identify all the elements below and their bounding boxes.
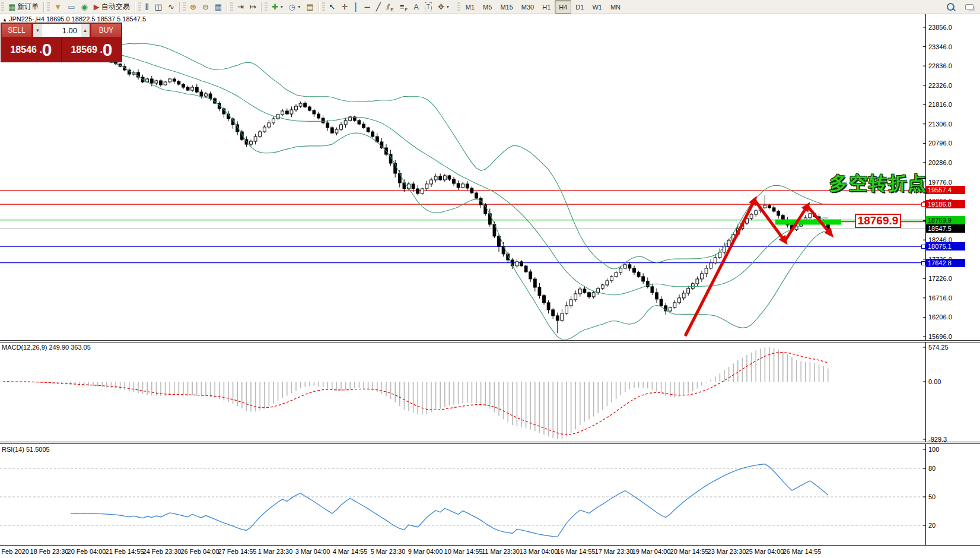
bar-chart-icon: ⫼ xyxy=(145,3,149,11)
autotrade-button[interactable]: ▶自动交易 xyxy=(91,0,133,14)
new-order-button[interactable]: ▦新订单 xyxy=(5,0,42,14)
price-badge-18547.5: 18547.5 xyxy=(926,224,965,233)
macd-label: MACD(12,26,9) 249.90 363.05 xyxy=(2,344,91,351)
tf-w1[interactable]: W1 xyxy=(588,0,606,14)
tf-h4[interactable]: H4 xyxy=(555,0,571,14)
search-icon xyxy=(947,3,954,11)
tf-d1[interactable]: D1 xyxy=(571,0,588,14)
vertical-line-button[interactable]: │ xyxy=(351,0,361,14)
crosshair-button[interactable]: ✛ xyxy=(338,0,351,14)
candles-layer xyxy=(2,42,830,334)
candle-chart-button[interactable]: ◫ xyxy=(152,0,165,14)
buy-price-main: 18569 . xyxy=(71,45,102,55)
price-scale[interactable]: 19557.419186.818769.918547.518075.117642… xyxy=(926,14,980,545)
channel-icon: ⫽ xyxy=(386,3,390,11)
tf-m15[interactable]: M15 xyxy=(496,0,517,14)
funnel-button[interactable]: ▼ xyxy=(51,0,65,14)
line-anchor-icon[interactable] xyxy=(921,202,925,207)
signal-icon: ◉ xyxy=(81,3,87,11)
chart-shift-icon: ↦ xyxy=(250,3,256,11)
terminal-button[interactable]: ▭ xyxy=(65,0,78,14)
zoom-out-icon: ⊖ xyxy=(202,3,209,11)
volume-decrease-icon[interactable]: ▼ xyxy=(33,24,42,37)
sell-price-main: 18546 . xyxy=(10,45,42,55)
macd-panel xyxy=(3,347,828,439)
funnel-icon: ▼ xyxy=(54,3,62,11)
indicators-button[interactable]: ✚▾ xyxy=(269,0,286,14)
highlight-zone xyxy=(775,220,841,225)
volume-stepper: ▼ 1.00 ▲ xyxy=(33,23,90,37)
price-badge-18769.9: 18769.9 xyxy=(926,216,965,224)
chart-shift-button[interactable]: ↦ xyxy=(247,0,259,14)
macd-histogram xyxy=(3,347,828,439)
bollinger-upper xyxy=(88,42,828,269)
new-order-icon: ▦ xyxy=(8,3,15,11)
periods-button[interactable]: ◷▾ xyxy=(286,0,303,14)
line-anchor-icon[interactable] xyxy=(921,245,925,249)
main-toolbar: ▦新订单▼▭◉▶自动交易⫼◫∿⊕⊖▦⇥↦✚▾◷▾▤↖✛│─╱⫽E≡FAT✥▾M1… xyxy=(0,0,980,14)
tile-windows-icon: ▦ xyxy=(215,3,222,11)
zoom-in-icon: ⊕ xyxy=(190,3,196,11)
symbol-info: ▲JPN225-,H4 18695.0 18822.5 18537.5 1854… xyxy=(2,15,146,23)
bollinger-bands xyxy=(88,42,828,340)
fibonacci-button[interactable]: ≡F xyxy=(397,0,411,14)
tile-windows-button[interactable]: ▦ xyxy=(212,0,225,14)
indicators-icon: ✚ xyxy=(272,3,278,11)
sell-price[interactable]: 18546 .0 xyxy=(1,37,61,62)
tf-m5[interactable]: M5 xyxy=(479,0,496,14)
tf-h1[interactable]: H1 xyxy=(538,0,555,14)
bar-chart-button[interactable]: ⫼ xyxy=(142,0,152,14)
trendline-button[interactable]: ╱ xyxy=(373,0,384,14)
rsi-panel xyxy=(0,464,925,537)
tf-m30[interactable]: M30 xyxy=(517,0,538,14)
channel-button[interactable]: ⫽E xyxy=(383,0,396,14)
price-badge-19557.4: 19557.4 xyxy=(926,186,965,194)
templates-button[interactable]: ▤ xyxy=(303,0,316,14)
tf-m1[interactable]: M1 xyxy=(462,0,479,14)
line-anchor-icon[interactable] xyxy=(921,261,925,265)
price-badge-17642.8: 17642.8 xyxy=(926,259,965,267)
volume-input[interactable]: 1.00 xyxy=(42,24,81,37)
text-button[interactable]: A xyxy=(411,0,422,14)
templates-icon: ▤ xyxy=(306,3,313,11)
zoom-in-button[interactable]: ⊕ xyxy=(187,0,199,14)
sell-price-frac: 0 xyxy=(42,41,52,59)
macd-splitter[interactable] xyxy=(0,340,980,343)
horizontal-line-icon: ─ xyxy=(364,3,370,11)
chart-canvas[interactable]: 23856.023346.022836.022326.021816.021306… xyxy=(0,0,980,558)
buy-price-frac: 0 xyxy=(103,41,113,59)
time-label: 26 Mar 14:55 xyxy=(775,548,829,555)
tf-mn[interactable]: MN xyxy=(606,0,625,14)
text-icon: A xyxy=(413,3,419,11)
chat-button[interactable] xyxy=(962,0,976,14)
collapse-marker-icon[interactable]: ▲ xyxy=(2,17,7,23)
trendline-icon: ╱ xyxy=(376,3,381,11)
volume-increase-icon[interactable]: ▲ xyxy=(81,24,90,37)
macd-signal-line xyxy=(3,353,828,435)
auto-scroll-button[interactable]: ⇥ xyxy=(234,0,247,14)
cursor-button[interactable]: ↖ xyxy=(326,0,339,14)
line-chart-button[interactable]: ∿ xyxy=(165,0,177,14)
shapes-button[interactable]: ✥▾ xyxy=(435,0,452,14)
turning-point-annotation[interactable]: 多空转折点 xyxy=(829,171,927,196)
rsi-label: RSI(14) 51.5005 xyxy=(2,446,50,453)
fibonacci-icon: ≡ xyxy=(400,3,405,11)
buy-price[interactable]: 18569 .0 xyxy=(62,37,122,62)
signal-button[interactable]: ◉ xyxy=(78,0,90,14)
search-button[interactable] xyxy=(944,0,957,14)
time-scale[interactable]: 7 Feb 202018 Feb 23:3020 Feb 04:0021 Feb… xyxy=(0,545,980,558)
main-chart-panel xyxy=(0,42,925,340)
price-callout-box[interactable]: 18769.9 xyxy=(855,214,901,228)
rsi-splitter[interactable] xyxy=(0,442,980,444)
text-label-icon: T xyxy=(425,2,432,11)
text-label-button[interactable]: T xyxy=(422,0,435,14)
crosshair-icon: ✛ xyxy=(341,3,348,11)
buy-button[interactable]: BUY xyxy=(91,23,122,37)
zoom-out-button[interactable]: ⊖ xyxy=(199,0,212,14)
horizontal-line-button[interactable]: ─ xyxy=(361,0,373,14)
vertical-line-icon: │ xyxy=(354,3,358,11)
sell-button[interactable]: SELL xyxy=(1,23,32,37)
shapes-icon: ✥ xyxy=(438,3,444,11)
rsi-line xyxy=(71,464,828,537)
terminal-icon: ▭ xyxy=(68,3,75,11)
